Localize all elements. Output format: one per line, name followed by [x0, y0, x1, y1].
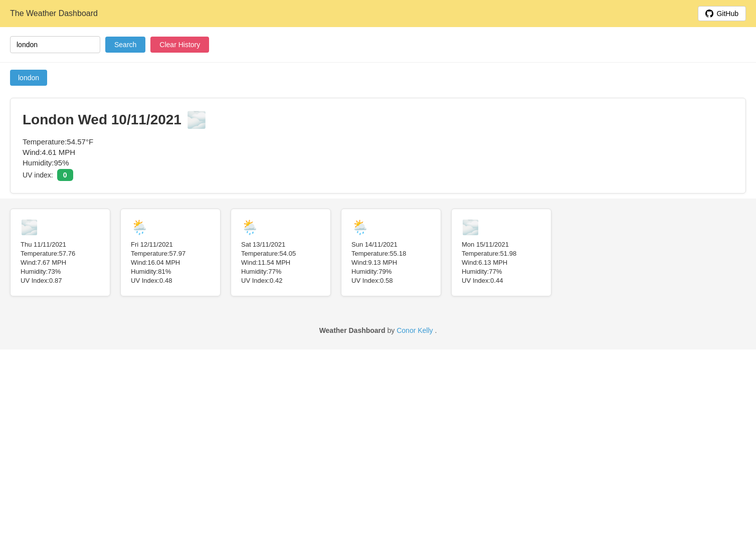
forecast-temp-3: Temperature:55.18 — [351, 250, 431, 257]
current-uv-badge: 0 — [57, 169, 73, 181]
forecast-date-3: Sun 14/11/2021 — [351, 241, 431, 248]
forecast-card: 🌫️ Thu 11/11/2021 Temperature:57.76 Wind… — [10, 209, 110, 296]
footer-period: . — [435, 326, 437, 334]
github-button[interactable]: GitHub — [698, 6, 746, 21]
forecast-date-0: Thu 11/11/2021 — [21, 241, 100, 248]
forecast-wind-1: Wind:16.04 MPH — [131, 259, 210, 266]
history-bar: london — [0, 63, 756, 93]
current-uv-label: UV index: — [23, 171, 53, 179]
forecast-card: 🌦️ Sat 13/11/2021 Temperature:54.05 Wind… — [231, 209, 331, 296]
footer-author-link[interactable]: Conor Kelly — [397, 326, 433, 334]
forecast-humidity-3: Humidity:79% — [351, 268, 431, 275]
forecast-wind-0: Wind:7.67 MPH — [21, 259, 100, 266]
forecast-humidity-4: Humidity:77% — [462, 268, 541, 275]
forecast-wind-2: Wind:11.54 MPH — [241, 259, 320, 266]
forecast-grid: 🌫️ Thu 11/11/2021 Temperature:57.76 Wind… — [10, 209, 746, 296]
forecast-wind-4: Wind:6.13 MPH — [462, 259, 541, 266]
forecast-icon-4: 🌫️ — [462, 219, 541, 236]
footer-app-name: Weather Dashboard — [319, 326, 386, 334]
current-temperature: Temperature:54.57°F — [23, 137, 733, 146]
current-weather-card: London Wed 10/11/2021 🌫️ Temperature:54.… — [10, 98, 746, 194]
github-label: GitHub — [716, 10, 738, 18]
forecast-uv-4: UV Index:0.44 — [462, 277, 541, 284]
current-weather-title: London Wed 10/11/2021 🌫️ — [23, 110, 733, 129]
forecast-icon-1: 🌦️ — [131, 219, 210, 236]
forecast-uv-2: UV Index:0.42 — [241, 277, 320, 284]
search-bar: Search Clear History — [0, 27, 756, 63]
search-input[interactable] — [10, 36, 100, 53]
forecast-icon-2: 🌦️ — [241, 219, 320, 236]
forecast-card: 🌦️ Fri 12/11/2021 Temperature:57.97 Wind… — [120, 209, 221, 296]
forecast-temp-4: Temperature:51.98 — [462, 250, 541, 257]
current-uv-row: UV index: 0 — [23, 169, 733, 181]
forecast-date-4: Mon 15/11/2021 — [462, 241, 541, 248]
current-weather-details: Temperature:54.57°F Wind:4.61 MPH Humidi… — [23, 137, 733, 181]
app-title: The Weather Dashboard — [10, 9, 98, 18]
forecast-icon-3: 🌦️ — [351, 219, 431, 236]
forecast-card: 🌦️ Sun 14/11/2021 Temperature:55.18 Wind… — [341, 209, 441, 296]
forecast-humidity-1: Humidity:81% — [131, 268, 210, 275]
current-wind: Wind:4.61 MPH — [23, 148, 733, 156]
forecast-temp-2: Temperature:54.05 — [241, 250, 320, 257]
forecast-icon-0: 🌫️ — [21, 219, 100, 236]
forecast-section: 🌫️ Thu 11/11/2021 Temperature:57.76 Wind… — [0, 199, 756, 311]
forecast-uv-1: UV Index:0.48 — [131, 277, 210, 284]
forecast-wind-3: Wind:9.13 MPH — [351, 259, 431, 266]
forecast-humidity-2: Humidity:77% — [241, 268, 320, 275]
forecast-temp-0: Temperature:57.76 — [21, 250, 100, 257]
forecast-date-1: Fri 12/11/2021 — [131, 241, 210, 248]
github-icon — [705, 10, 713, 18]
history-tag-london[interactable]: london — [10, 70, 47, 86]
forecast-uv-3: UV Index:0.58 — [351, 277, 431, 284]
current-weather-title-text: London Wed 10/11/2021 — [23, 112, 181, 128]
forecast-humidity-0: Humidity:73% — [21, 268, 100, 275]
forecast-card: 🌫️ Mon 15/11/2021 Temperature:51.98 Wind… — [451, 209, 551, 296]
current-humidity: Humidity:95% — [23, 158, 733, 167]
forecast-date-2: Sat 13/11/2021 — [241, 241, 320, 248]
footer-by: by — [388, 326, 397, 334]
forecast-uv-0: UV Index:0.87 — [21, 277, 100, 284]
clear-history-button[interactable]: Clear History — [150, 37, 209, 53]
current-weather-icon: 🌫️ — [186, 110, 207, 129]
header: The Weather Dashboard GitHub — [0, 0, 756, 27]
search-button[interactable]: Search — [105, 37, 145, 53]
footer: Weather Dashboard by Conor Kelly . — [0, 311, 756, 349]
forecast-temp-1: Temperature:57.97 — [131, 250, 210, 257]
